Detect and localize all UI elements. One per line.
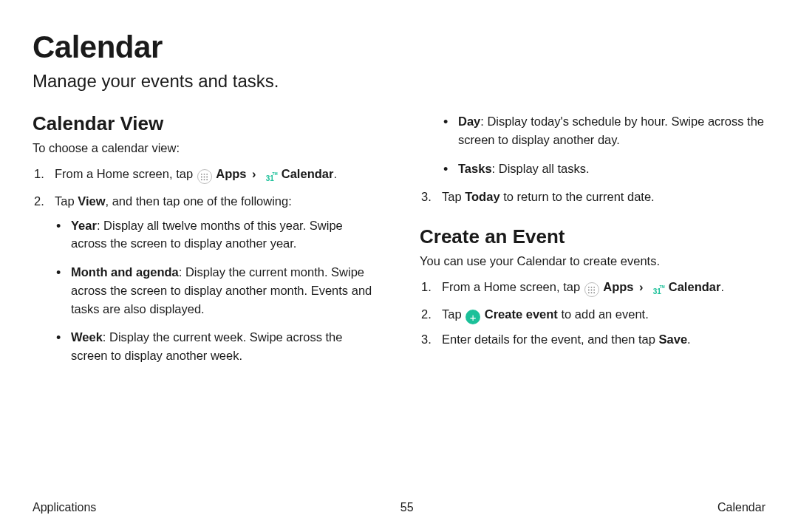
bullet-week: Week: Display the current week. Swipe ac… (55, 328, 378, 365)
section-heading-create-event: Create an Event (420, 225, 765, 248)
page-subtitle: Manage your events and tasks. (33, 71, 765, 92)
event-step-3-pre: Enter details for the event, and then ta… (442, 332, 659, 346)
right-column: Day: Display today's schedule by hour. S… (420, 112, 765, 375)
svg-point-14 (593, 290, 595, 291)
bullet-year: Year: Display all twelve months of this … (55, 216, 378, 253)
event-step-2-pre: Tap (442, 307, 465, 321)
svg-point-5 (206, 177, 208, 178)
calendar-icon-number: 31TM (266, 175, 274, 183)
left-column: Calendar View To choose a calendar view:… (33, 112, 378, 375)
calendar-icon: 31TM (262, 171, 277, 186)
plus-icon: + (466, 310, 480, 324)
event-step-1: From a Home screen, tap Apps › 31TM Cale… (420, 278, 765, 299)
event-step-1-pre: From a Home screen, tap (442, 280, 584, 293)
step-2: Tap View, and then tap one of the follow… (33, 192, 378, 365)
svg-point-4 (204, 177, 205, 178)
svg-point-1 (204, 174, 205, 175)
calendar-view-steps-cont: Tap Today to return to the current date. (420, 188, 765, 206)
svg-point-3 (201, 177, 202, 178)
step-3: Tap Today to return to the current date. (420, 188, 765, 206)
page-footer: Applications 55 Calendar (33, 501, 765, 514)
event-step-2-bold: Create event (485, 307, 558, 321)
event-step-3-bold: Save (659, 332, 688, 346)
bullet-day-label: Day (458, 115, 480, 128)
apps-label: Apps (603, 280, 633, 293)
bullet-week-text: : Display the current week. Swipe across… (71, 330, 342, 362)
event-step-3-post: . (687, 332, 691, 346)
bullet-tasks: Tasks: Display all tasks. (442, 160, 765, 178)
svg-point-10 (591, 287, 593, 288)
view-options: Year: Display all twelve months of this … (55, 216, 378, 365)
svg-point-17 (593, 292, 595, 293)
step-1-period: . (333, 167, 337, 180)
svg-point-0 (201, 174, 202, 175)
bullet-month: Month and agenda: Display the current mo… (55, 263, 378, 318)
footer-page-number: 55 (400, 501, 414, 514)
svg-point-8 (206, 179, 208, 180)
page-title: Calendar (33, 30, 765, 65)
step-2-text-pre: Tap (55, 194, 78, 208)
footer-left: Applications (33, 501, 96, 514)
bullet-year-label: Year (71, 219, 97, 232)
step-3-text-pre: Tap (442, 190, 465, 203)
apps-icon (197, 169, 212, 184)
step-1-text-pre: From a Home screen, tap (55, 167, 197, 180)
svg-point-2 (206, 174, 208, 175)
event-step-1-period: . (720, 280, 724, 293)
bullet-day-text: : Display today's schedule by hour. Swip… (458, 115, 764, 146)
svg-point-9 (588, 287, 590, 288)
svg-point-11 (593, 287, 595, 288)
event-step-2-post: to add an event. (558, 307, 649, 321)
event-step-3: Enter details for the event, and then ta… (420, 330, 765, 349)
calendar-view-steps: From a Home screen, tap Apps › 31TM Cale… (33, 165, 378, 365)
svg-point-7 (204, 179, 205, 180)
step-1: From a Home screen, tap Apps › 31TM Cale… (33, 165, 378, 186)
step-2-text-post: , and then tap one of the following: (106, 194, 292, 208)
arrow-icon: › (639, 280, 644, 293)
calendar-icon: 31TM (649, 284, 664, 299)
bullet-tasks-text: : Display all tasks. (492, 162, 590, 175)
svg-point-15 (588, 292, 590, 293)
svg-point-13 (591, 290, 593, 291)
svg-point-16 (591, 292, 593, 293)
section-intro: To choose a calendar view: (33, 140, 378, 157)
step-2-bold: View (78, 194, 105, 208)
calendar-label: Calendar (669, 280, 721, 293)
svg-point-12 (588, 290, 590, 291)
calendar-label: Calendar (282, 167, 334, 180)
arrow-icon: › (252, 167, 256, 180)
bullet-month-label: Month and agenda (71, 265, 179, 279)
event-step-2: Tap + Create event to add an event. (420, 305, 765, 325)
apps-icon (584, 282, 599, 297)
svg-point-6 (201, 179, 202, 180)
calendar-icon-number: 31TM (653, 288, 661, 296)
bullet-day: Day: Display today's schedule by hour. S… (442, 112, 765, 149)
bullet-week-label: Week (71, 330, 103, 344)
step-3-text-post: to return to the current date. (500, 190, 655, 203)
view-options-cont: Day: Display today's schedule by hour. S… (420, 112, 765, 177)
step-3-bold: Today (465, 190, 499, 203)
create-event-steps: From a Home screen, tap Apps › 31TM Cale… (420, 278, 765, 349)
footer-right: Calendar (717, 501, 765, 514)
apps-label: Apps (216, 167, 246, 180)
section-heading-calendar-view: Calendar View (33, 112, 378, 135)
bullet-year-text: : Display all twelve months of this year… (71, 219, 343, 250)
bullet-tasks-label: Tasks (458, 162, 492, 175)
content-columns: Calendar View To choose a calendar view:… (33, 112, 765, 375)
section-intro-create-event: You can use your Calendar to create even… (420, 253, 765, 270)
